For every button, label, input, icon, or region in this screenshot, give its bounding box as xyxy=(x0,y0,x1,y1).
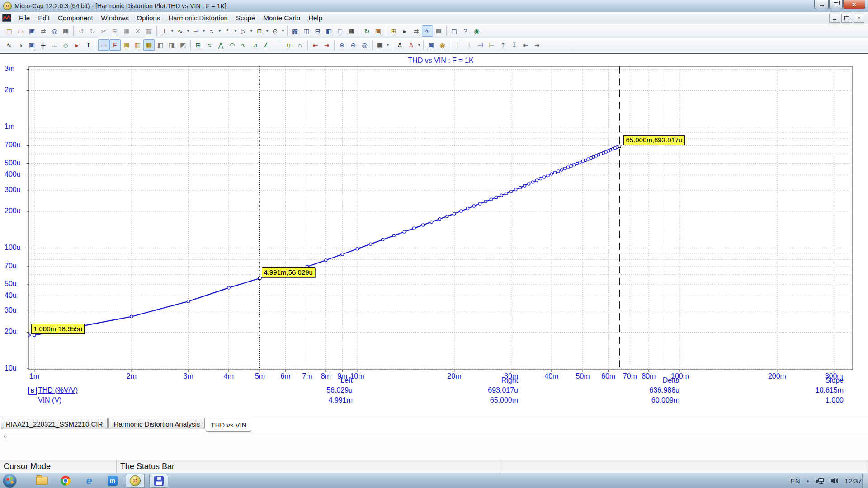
branch-badge[interactable]: B xyxy=(28,387,37,395)
noise-component-button[interactable]: ≈ xyxy=(206,25,217,37)
numeric-output-button[interactable]: ▤ xyxy=(433,25,444,37)
web-help-button[interactable]: ◉ xyxy=(471,25,482,37)
resistor-component-button[interactable]: ⊣ xyxy=(190,25,202,37)
chrome-app[interactable] xyxy=(56,474,75,488)
menu-windows[interactable]: Windows xyxy=(97,13,133,23)
start-button[interactable] xyxy=(3,474,17,488)
properties-button[interactable]: ▣ xyxy=(425,39,437,51)
plot-canvas[interactable] xyxy=(25,66,860,377)
show-desktop-button[interactable] xyxy=(862,473,868,488)
noise-component-button-dropdown-icon[interactable]: ▼ xyxy=(217,29,222,33)
clock[interactable]: 12:37 xyxy=(844,477,862,485)
grid-options-button-dropdown-icon[interactable]: ▼ xyxy=(386,43,390,47)
find-button[interactable]: ◎ xyxy=(49,25,60,37)
slope-tag-button[interactable]: ⊿ xyxy=(249,39,260,51)
diode-component-button-dropdown-icon[interactable]: ▼ xyxy=(249,29,254,33)
cut-button[interactable]: ✂ xyxy=(98,25,109,37)
menu-harmonic-distortion[interactable]: Harmonic Distortion xyxy=(164,13,232,23)
meter-component-button-dropdown-icon[interactable]: ▼ xyxy=(281,29,285,33)
tokens-button[interactable]: ≈ xyxy=(204,39,215,51)
source-component-button[interactable]: ∿ xyxy=(175,25,186,37)
font-color-button-dropdown-icon[interactable]: ▼ xyxy=(417,43,421,47)
paste-button[interactable]: ▦ xyxy=(121,25,132,37)
grid-options-button[interactable]: ▦ xyxy=(374,39,386,51)
tab-thd-vs-vin[interactable]: THD vs VIN xyxy=(206,418,251,432)
star-component-button-dropdown-icon[interactable]: ▼ xyxy=(233,29,238,33)
step-left-button[interactable]: ⇤ xyxy=(520,39,531,51)
ground-component-button-dropdown-icon[interactable]: ▼ xyxy=(170,29,175,33)
zoom-area-button[interactable]: ◎ xyxy=(359,39,370,51)
network-icon[interactable] xyxy=(816,477,825,484)
context-help-button[interactable]: ? xyxy=(460,25,471,37)
attribute-text-button[interactable]: ▦ xyxy=(143,39,155,51)
cursor-left-button[interactable]: ⇤ xyxy=(310,39,321,51)
copy-button[interactable]: ⊞ xyxy=(109,25,121,37)
undo-button[interactable]: ↺ xyxy=(75,25,87,37)
refresh-analysis-button[interactable]: ↻ xyxy=(361,25,373,37)
diode-component-button[interactable]: ▷ xyxy=(238,25,249,37)
stepping-button[interactable]: ⇉ xyxy=(410,25,422,37)
current-display-button[interactable]: ◩ xyxy=(177,39,189,51)
vertical-tag-button[interactable]: ∩ xyxy=(294,39,306,51)
maximize-window-button[interactable]: □ xyxy=(335,25,346,37)
save-button[interactable]: ▣ xyxy=(26,25,38,37)
ground-component-button[interactable]: ⊥ xyxy=(159,25,170,37)
angle-tag-button[interactable]: ∠ xyxy=(260,39,272,51)
align-bottom-button[interactable]: ⊥ xyxy=(463,39,475,51)
select-mode-button[interactable]: ↖ xyxy=(4,39,15,51)
align-top-button[interactable]: ⊤ xyxy=(452,39,463,51)
clipboard-button[interactable]: ▥ xyxy=(143,25,155,37)
ic-component-button[interactable]: ⊓ xyxy=(254,25,265,37)
restore-button[interactable] xyxy=(829,0,843,9)
menu-edit[interactable]: Edit xyxy=(34,13,54,23)
grid-text-button[interactable]: ▥ xyxy=(132,39,143,51)
graphics-mode-button[interactable]: ◇ xyxy=(60,39,71,51)
analysis-limits-button[interactable]: ⊞ xyxy=(388,25,399,37)
menu-options[interactable]: Options xyxy=(132,13,164,23)
x-axis-tag-button[interactable]: ◠ xyxy=(226,39,238,51)
tab-riaa21-220321-ssm2210-cir[interactable]: RIAA21_220321_SSM2210.CIR xyxy=(1,418,108,429)
internet-explorer-app[interactable]: e xyxy=(80,474,99,488)
tray-expand-icon[interactable]: ▲ xyxy=(806,479,810,483)
cursor-right-button[interactable]: ⇥ xyxy=(321,39,332,51)
delete-button[interactable]: ✕ xyxy=(132,25,143,37)
save-tool-app[interactable] xyxy=(149,474,168,488)
font-button[interactable]: A xyxy=(394,39,406,51)
tile-horizontal-button[interactable]: ⊟ xyxy=(312,25,323,37)
resistor-component-button-dropdown-icon[interactable]: ▼ xyxy=(202,29,206,33)
mdi-restore-button[interactable] xyxy=(841,14,852,23)
minimize-button[interactable] xyxy=(814,0,829,9)
menu-file[interactable]: File xyxy=(15,13,34,23)
forward-annotate-button[interactable]: F xyxy=(109,39,121,51)
font-color-button[interactable]: A xyxy=(406,39,417,51)
print-button[interactable]: ▤ xyxy=(60,25,71,37)
waveform-name[interactable]: THD (%V/V) xyxy=(38,386,78,394)
source-component-button-dropdown-icon[interactable]: ▼ xyxy=(186,29,190,33)
microcap-app[interactable]: 12 xyxy=(126,474,145,488)
select-region-button[interactable]: ▤ xyxy=(121,39,132,51)
wire-mode-button[interactable]: ┼ xyxy=(38,39,49,51)
animate-button[interactable]: ◉ xyxy=(437,39,448,51)
menu-scope[interactable]: Scope xyxy=(232,13,259,23)
component-mode-button[interactable]: ◑ xyxy=(15,39,26,51)
menu-component[interactable]: Component xyxy=(54,13,97,23)
split-window-button[interactable]: ◧ xyxy=(323,25,335,37)
component-info-button[interactable]: ▣ xyxy=(373,25,384,37)
redo-button[interactable]: ↻ xyxy=(87,25,98,37)
flag-mode-button[interactable]: ▸ xyxy=(71,39,83,51)
node-numbers-button[interactable]: ◧ xyxy=(155,39,166,51)
baseline-button[interactable]: ⌒ xyxy=(272,39,283,51)
data-point-label[interactable]: 1.000m,18.955u xyxy=(31,324,85,334)
scale-mode-button[interactable]: ▭ xyxy=(98,39,109,51)
new-file-button[interactable]: ▢ xyxy=(4,25,15,37)
doc-properties-button[interactable]: ▣ xyxy=(26,39,38,51)
plot-window-button[interactable]: ∿ xyxy=(422,25,433,37)
ic-component-button-dropdown-icon[interactable]: ▼ xyxy=(265,29,269,33)
nudge-up-button[interactable]: ↥ xyxy=(497,39,509,51)
help-window-button[interactable]: ▢ xyxy=(448,25,460,37)
bus-mode-button[interactable]: ═ xyxy=(49,39,60,51)
calculator-button[interactable]: ▦ xyxy=(346,25,357,37)
horizontal-tag-button[interactable]: ∪ xyxy=(283,39,294,51)
mdi-close-button[interactable]: × xyxy=(854,14,864,23)
ruler-button[interactable]: ⋀ xyxy=(215,39,226,51)
